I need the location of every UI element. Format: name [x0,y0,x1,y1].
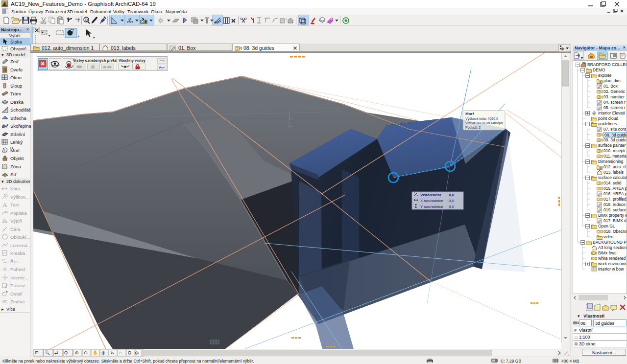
svg-text:0,0: 0,0 [449,205,455,209]
svg-text:⊕: ⊕ [75,350,79,355]
svg-text:0,0: 0,0 [449,193,455,197]
svg-text:Q: Q [128,350,131,355]
svg-text:⌂: ⌂ [119,350,121,355]
svg-text:Morf: Morf [465,112,474,116]
svg-text:✋: ✋ [93,350,98,356]
svg-text:◎: ◎ [101,350,105,355]
svg-text:z: z [289,108,290,111]
svg-text:Q: Q [85,18,88,22]
svg-text:A: A [2,201,7,208]
svg-text:12: 12 [5,194,8,197]
svg-text:⊡: ⊡ [35,350,39,355]
svg-text:Výšková kóta: 4050,0: Výšková kóta: 4050,0 [465,117,498,121]
svg-text:X souřadnice: X souřadnice [420,199,443,203]
svg-text:0,0: 0,0 [449,199,455,203]
svg-text:🔍: 🔍 [45,350,50,356]
svg-text:⇄: ⇄ [54,350,58,355]
svg-text:⊖: ⊖ [84,350,88,355]
svg-text:A1: A1 [4,210,8,214]
svg-text:y: y [297,121,298,124]
svg-text:⋋: ⋋ [110,350,115,355]
svg-text:Vzdálenost: Vzdálenost [420,193,441,197]
svg-text:Podlaží: 2: Podlaží: 2 [465,126,481,129]
svg-text:Vrstva: 00 DEMO-morph: Vrstva: 00 DEMO-morph [465,121,503,125]
svg-text:x: x [294,115,295,118]
svg-text:Y souřadnice: Y souřadnice [420,205,443,209]
svg-text:x: x [294,126,295,129]
svg-text:Q: Q [64,350,68,355]
